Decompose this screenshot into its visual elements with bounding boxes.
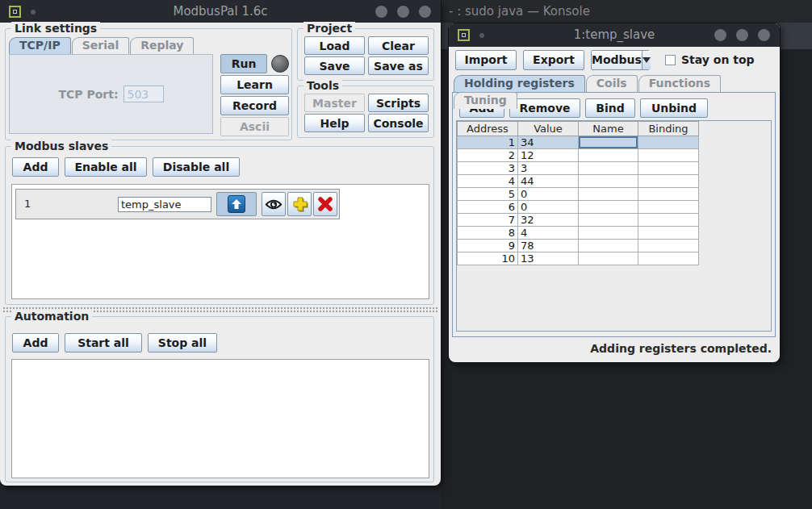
cell-address[interactable]: 9: [458, 240, 518, 252]
column-header-address[interactable]: Address: [458, 122, 518, 136]
cell-name[interactable]: [579, 227, 638, 240]
register-row[interactable]: 60: [458, 201, 699, 214]
tab-functions[interactable]: Functions: [638, 75, 722, 92]
cell-address[interactable]: 8: [458, 227, 518, 240]
tools-group: Tools Master Scripts Help Console: [297, 86, 434, 138]
cell-address[interactable]: 6: [458, 201, 518, 214]
slaves-add-button[interactable]: Add: [12, 157, 59, 177]
slave-delete-button[interactable]: [313, 192, 337, 216]
reg-remove-button[interactable]: Remove: [509, 98, 580, 118]
slave-eye-button[interactable]: [262, 192, 286, 216]
cell-value[interactable]: 32: [518, 214, 579, 227]
cell-binding[interactable]: [638, 201, 699, 214]
cell-binding[interactable]: [638, 252, 699, 265]
cell-value[interactable]: 13: [518, 252, 579, 265]
cell-binding[interactable]: [638, 188, 699, 201]
cell-name[interactable]: [579, 240, 638, 252]
register-row[interactable]: 134: [458, 136, 699, 149]
run-button[interactable]: Run: [220, 54, 267, 73]
register-row[interactable]: 1013: [458, 252, 699, 265]
enable-all-button[interactable]: Enable all: [65, 157, 147, 177]
column-header-name[interactable]: Name: [579, 122, 638, 136]
cell-value[interactable]: 0: [518, 188, 579, 201]
cell-value[interactable]: 0: [518, 201, 579, 214]
tcp-panel: TCP Port:: [9, 54, 213, 134]
column-header-value[interactable]: Value: [518, 122, 579, 136]
column-header-binding[interactable]: Binding: [638, 122, 699, 136]
register-row[interactable]: 444: [458, 175, 699, 188]
slave-enable-toggle[interactable]: [216, 192, 257, 216]
close-button[interactable]: [758, 29, 770, 41]
cell-name[interactable]: [579, 149, 638, 162]
automation-add-button[interactable]: Add: [12, 333, 59, 353]
cell-address[interactable]: 3: [458, 162, 518, 175]
modbus-combo[interactable]: Modbus: [591, 50, 650, 70]
cell-value[interactable]: 44: [518, 175, 579, 188]
save-as-button[interactable]: Save as: [368, 56, 429, 75]
slave-id: 1: [24, 190, 31, 219]
load-button[interactable]: Load: [304, 36, 365, 55]
stay-on-top-checkbox[interactable]: [665, 55, 676, 65]
bind-button[interactable]: Bind: [585, 98, 635, 118]
cell-name[interactable]: [579, 214, 638, 227]
cell-name[interactable]: [579, 188, 638, 201]
tab-tcpip[interactable]: TCP/IP: [9, 37, 71, 54]
register-row[interactable]: 732: [458, 214, 699, 227]
maximize-button[interactable]: [397, 6, 409, 18]
cell-address[interactable]: 10: [458, 252, 518, 265]
register-row[interactable]: 50: [458, 188, 699, 201]
cell-name[interactable]: [579, 162, 638, 175]
modbus-combo-arrow[interactable]: [642, 51, 651, 69]
save-button[interactable]: Save: [304, 56, 365, 75]
tab-coils[interactable]: Coils: [586, 75, 638, 92]
cell-name[interactable]: [579, 136, 638, 149]
minimize-button[interactable]: [375, 6, 387, 18]
record-button[interactable]: Record: [220, 96, 289, 115]
scripts-button[interactable]: Scripts: [368, 94, 429, 112]
stop-all-button[interactable]: Stop all: [148, 333, 217, 353]
tab-tuning[interactable]: Tuning: [454, 92, 517, 109]
cell-value[interactable]: 34: [518, 136, 579, 149]
register-row[interactable]: 84: [458, 227, 699, 240]
cell-binding[interactable]: [638, 227, 699, 240]
minimize-button[interactable]: [714, 29, 726, 41]
help-button[interactable]: Help: [304, 114, 365, 132]
cell-name[interactable]: [579, 175, 638, 188]
cell-value[interactable]: 12: [518, 149, 579, 162]
learn-button[interactable]: Learn: [220, 75, 289, 94]
cell-address[interactable]: 5: [458, 188, 518, 201]
cell-value[interactable]: 3: [518, 162, 579, 175]
cell-value[interactable]: 4: [518, 227, 579, 240]
register-row[interactable]: 978: [458, 240, 699, 252]
close-button[interactable]: [419, 6, 431, 18]
register-row[interactable]: 33: [458, 162, 699, 175]
console-button[interactable]: Console: [368, 114, 429, 132]
cell-address[interactable]: 7: [458, 214, 518, 227]
cell-binding[interactable]: [638, 175, 699, 188]
register-row[interactable]: 212: [458, 149, 699, 162]
start-all-button[interactable]: Start all: [65, 333, 142, 353]
cell-value[interactable]: 78: [518, 240, 579, 252]
maximize-button[interactable]: [736, 29, 748, 41]
cell-binding[interactable]: [638, 214, 699, 227]
cell-address[interactable]: 1: [458, 136, 518, 149]
register-table-body: 134212334445060732849781013: [458, 136, 699, 265]
slave-name-input[interactable]: [118, 197, 211, 212]
cell-name[interactable]: [579, 201, 638, 214]
cell-binding[interactable]: [638, 149, 699, 162]
cell-binding[interactable]: [638, 240, 699, 252]
cell-binding[interactable]: [638, 162, 699, 175]
tab-serial[interactable]: Serial: [72, 37, 130, 54]
tab-replay[interactable]: Replay: [130, 37, 194, 54]
cell-address[interactable]: 2: [458, 149, 518, 162]
disable-all-button[interactable]: Disable all: [153, 157, 240, 177]
clear-button[interactable]: Clear: [368, 36, 429, 55]
export-button[interactable]: Export: [523, 50, 584, 70]
cell-name[interactable]: [579, 252, 638, 265]
slave-plus-button[interactable]: [287, 192, 312, 216]
import-button[interactable]: Import: [455, 50, 517, 70]
tab-holding-registers[interactable]: Holding registers: [454, 75, 585, 92]
cell-address[interactable]: 4: [458, 175, 518, 188]
cell-binding[interactable]: [638, 136, 699, 149]
unbind-button[interactable]: Unbind: [640, 98, 708, 118]
